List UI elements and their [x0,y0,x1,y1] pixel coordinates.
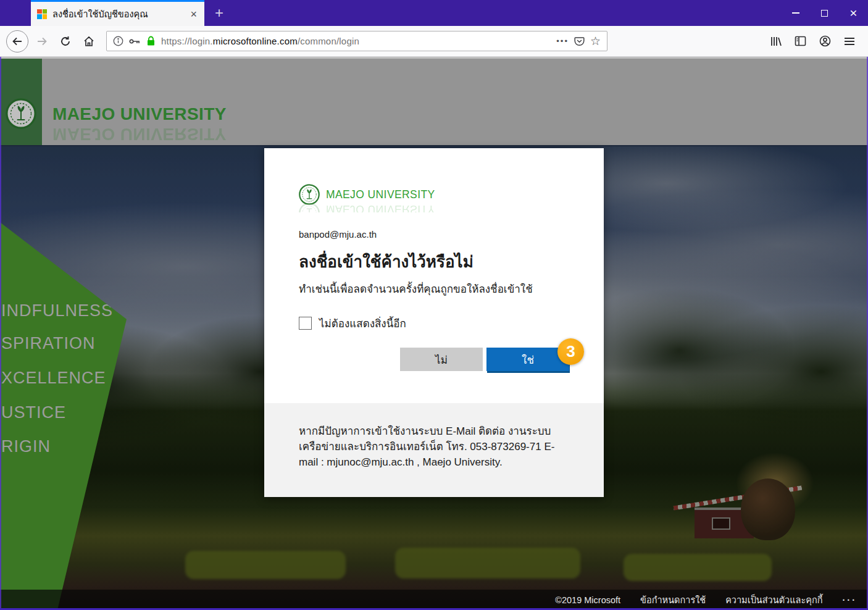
dialog-brand: MAEJO UNIVERSITY [299,184,569,205]
dialog-main: MAEJO UNIVERSITY MAEJO UNIVERSITY banpod… [264,148,604,403]
microsoft-favicon [37,9,47,19]
dont-show-again-row[interactable]: ไม่ต้องแสดงสิ่งนี้อีก [299,315,569,332]
dialog-buttons: ไม่ ใช่ [299,348,569,371]
back-button[interactable] [6,30,28,52]
forward-button[interactable] [32,31,52,51]
dialog-help-footer: หากมีปัญหาการเข้าใช้งานระบบ E-Mail ติดต่… [264,403,604,497]
toolbar-right-icons [766,31,862,51]
browser-tab[interactable]: ลงชื่อเข้าใช้บัญชีของคุณ × [31,0,204,26]
new-tab-button[interactable]: + [207,0,231,26]
maximize-icon [821,10,828,17]
step-3-annotation-badge: 3 [557,338,584,365]
forward-arrow-icon [36,35,48,48]
pocket-icon[interactable] [574,36,585,46]
window-maximize-button[interactable] [810,0,839,26]
page-actions-icon[interactable]: ••• [556,36,569,46]
back-arrow-icon [11,35,23,48]
signed-in-email: banpod@mju.ac.th [299,228,569,241]
home-button[interactable] [79,31,99,51]
dialog-brand-name: MAEJO UNIVERSITY [326,188,435,201]
bookmark-star-icon[interactable]: ☆ [590,35,601,47]
dont-show-again-checkbox[interactable] [299,317,312,330]
terms-of-use-link[interactable]: ข้อกำหนดการใช้ [640,593,706,607]
url-scheme: https://login. [161,36,213,46]
site-info-icon[interactable] [113,36,123,46]
url-path: /common/login [298,36,359,46]
window-controls: × [781,0,868,26]
dialog-brand-reflection: MAEJO UNIVERSITY [299,203,569,212]
dont-show-again-label: ไม่ต้องแสดงสิ่งนี้อีก [319,315,406,332]
no-button[interactable]: ไม่ [400,348,483,371]
tab-close-icon[interactable]: × [189,9,198,20]
page-content: MAEJO UNIVERSITY MAEJO UNIVERSITY INDFUL… [0,57,868,610]
page-footer: ©2019 Microsoft ข้อกำหนดการใช้ ความเป็นส… [0,590,868,610]
university-emblem-small [299,184,320,205]
yes-button[interactable]: ใช่ [486,348,569,371]
stay-signed-in-dialog: MAEJO UNIVERSITY MAEJO UNIVERSITY banpod… [264,148,604,497]
dialog-title: ลงชื่อเข้าใช้ค้างไว้หรือไม่ [299,251,569,273]
privacy-cookies-link[interactable]: ความเป็นส่วนตัวและคุกกี้ [725,593,822,607]
url-text[interactable]: https://login.microsoftonline.com/common… [161,36,551,46]
browser-titlebar: ลงชื่อเข้าใช้บัญชีของคุณ × + × [0,0,868,26]
minimize-icon [792,12,799,14]
dialog-description: ทำเช่นนี้เพื่อลดจำนวนครั้งที่คุณถูกขอให้… [299,283,569,296]
sidebar-icon[interactable] [790,31,810,51]
dialog-help-text: หากมีปัญหาการเข้าใช้งานระบบ E-Mail ติดต่… [299,424,569,470]
copyright-text: ©2019 Microsoft [555,595,620,605]
library-icon[interactable] [766,31,785,51]
reload-button[interactable] [56,31,75,51]
key-permission-icon[interactable] [129,38,141,45]
window-close-button[interactable]: × [839,0,868,26]
reload-icon [60,36,71,47]
url-bar[interactable]: https://login.microsoftonline.com/common… [106,31,607,51]
url-domain: microsoftonline.com [213,36,298,46]
window-left-border [0,57,1,610]
browser-window: ลงชื่อเข้าใช้บัญชีของคุณ × + × [0,0,868,610]
account-icon[interactable] [815,31,835,51]
menu-hamburger-icon[interactable] [840,31,859,51]
browser-toolbar: https://login.microsoftonline.com/common… [0,26,868,57]
tab-title: ลงชื่อเข้าใช้บัญชีของคุณ [52,7,183,21]
window-minimize-button[interactable] [781,0,810,26]
home-icon [83,35,95,48]
footer-more-icon[interactable]: ··· [843,595,858,605]
https-lock-icon[interactable] [146,36,156,46]
